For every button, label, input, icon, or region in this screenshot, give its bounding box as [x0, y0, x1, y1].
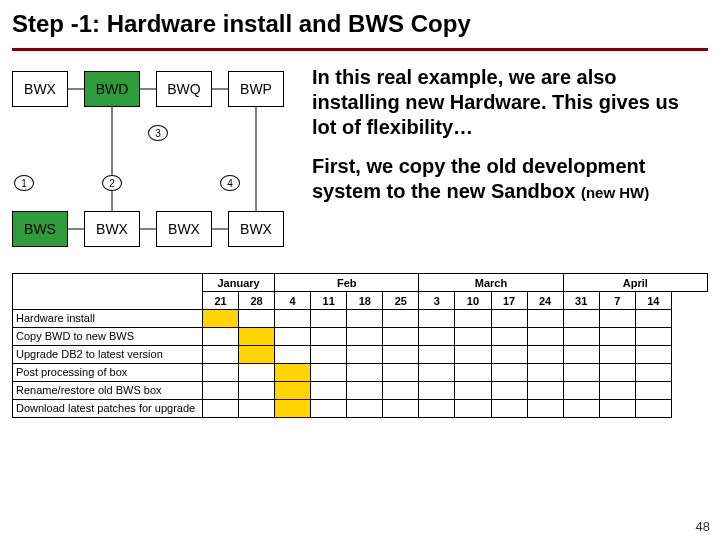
gantt-cell	[455, 328, 491, 346]
gantt-cell	[491, 346, 527, 364]
gantt-cell	[491, 328, 527, 346]
step-badge-1: 1	[14, 175, 34, 191]
gantt-cell	[203, 400, 239, 418]
gantt-cell	[635, 364, 671, 382]
gantt-cell	[347, 328, 383, 346]
week-header: 31	[563, 292, 599, 310]
gantt-cell	[599, 328, 635, 346]
gantt-cell	[599, 400, 635, 418]
gantt-cell	[527, 328, 563, 346]
page-number: 48	[696, 519, 710, 534]
gantt-cell	[527, 364, 563, 382]
gantt-cell	[491, 364, 527, 382]
gantt-cell	[455, 346, 491, 364]
paragraph-1: In this real example, we are also instal…	[312, 65, 708, 140]
gantt-cell	[311, 310, 347, 328]
gantt-cell	[455, 382, 491, 400]
gantt-cell	[419, 328, 455, 346]
gantt-cell	[347, 382, 383, 400]
week-header: 17	[491, 292, 527, 310]
week-header: 24	[527, 292, 563, 310]
gantt-cell	[347, 310, 383, 328]
gantt-cell	[563, 346, 599, 364]
gantt-cell	[599, 310, 635, 328]
gantt-cell	[635, 382, 671, 400]
gantt-cell	[383, 310, 419, 328]
gantt-cell	[419, 346, 455, 364]
gantt-cell	[239, 364, 275, 382]
gantt-cell	[491, 382, 527, 400]
gantt-cell	[635, 346, 671, 364]
gantt-cell	[239, 346, 275, 364]
gantt-cell	[239, 328, 275, 346]
gantt-cell	[311, 382, 347, 400]
paragraph-2: First, we copy the old development syste…	[312, 154, 708, 204]
system-box-top-bwp: BWP	[228, 71, 284, 107]
gantt-cell	[239, 310, 275, 328]
week-header: 28	[239, 292, 275, 310]
week-header: 14	[635, 292, 671, 310]
gantt-cell	[527, 346, 563, 364]
task-label: Upgrade DB2 to latest version	[13, 346, 203, 364]
page-title: Step -1: Hardware install and BWS Copy	[12, 10, 708, 38]
gantt-cell	[635, 310, 671, 328]
task-label: Copy BWD to new BWS	[13, 328, 203, 346]
gantt-cell	[383, 364, 419, 382]
gantt-cell	[203, 328, 239, 346]
gantt-cell	[527, 400, 563, 418]
system-box-bottom-3: BWX	[228, 211, 284, 247]
gantt-cell	[563, 382, 599, 400]
gantt-cell	[491, 400, 527, 418]
task-label: Rename/restore old BWS box	[13, 382, 203, 400]
month-header: Feb	[275, 274, 419, 292]
system-box-top-bwd: BWD	[84, 71, 140, 107]
week-header: 11	[311, 292, 347, 310]
gantt-cell	[563, 400, 599, 418]
gantt-cell	[563, 364, 599, 382]
month-header: January	[203, 274, 275, 292]
step-badge-2: 2	[102, 175, 122, 191]
gantt-cell	[275, 400, 311, 418]
gantt-cell	[635, 328, 671, 346]
system-box-bottom-2: BWX	[156, 211, 212, 247]
gantt-cell	[239, 382, 275, 400]
gantt-cell	[347, 400, 383, 418]
timeline-table: JanuaryFebMarchApril 2128411182531017243…	[12, 273, 708, 418]
gantt-cell	[383, 328, 419, 346]
gantt-cell	[311, 400, 347, 418]
system-box-top-bwq: BWQ	[156, 71, 212, 107]
gantt-cell	[311, 328, 347, 346]
paragraph-2-sub: (new HW)	[581, 184, 649, 201]
gantt-cell	[203, 310, 239, 328]
gantt-cell	[311, 364, 347, 382]
week-header: 7	[599, 292, 635, 310]
gantt-cell	[383, 400, 419, 418]
task-header	[13, 274, 203, 310]
gantt-cell	[275, 346, 311, 364]
month-header: April	[563, 274, 707, 292]
gantt-cell	[203, 364, 239, 382]
gantt-cell	[275, 364, 311, 382]
gantt-cell	[455, 400, 491, 418]
gantt-cell	[563, 310, 599, 328]
system-box-bottom-1: BWX	[84, 211, 140, 247]
gantt-cell	[635, 400, 671, 418]
architecture-diagram: BWXBWDBWQBWP BWSBWXBWXBWX 1 2 3 4	[12, 65, 300, 265]
week-header: 3	[419, 292, 455, 310]
gantt-cell	[275, 310, 311, 328]
task-label: Hardware install	[13, 310, 203, 328]
gantt-cell	[347, 346, 383, 364]
gantt-cell	[203, 382, 239, 400]
gantt-cell	[599, 382, 635, 400]
gantt-cell	[599, 346, 635, 364]
gantt-cell	[563, 328, 599, 346]
explanatory-text: In this real example, we are also instal…	[312, 65, 708, 265]
gantt-cell	[419, 364, 455, 382]
gantt-cell	[527, 310, 563, 328]
gantt-cell	[527, 382, 563, 400]
week-header: 21	[203, 292, 239, 310]
system-box-bottom-0: BWS	[12, 211, 68, 247]
gantt-cell	[275, 328, 311, 346]
step-badge-3: 3	[148, 125, 168, 141]
gantt-cell	[419, 310, 455, 328]
